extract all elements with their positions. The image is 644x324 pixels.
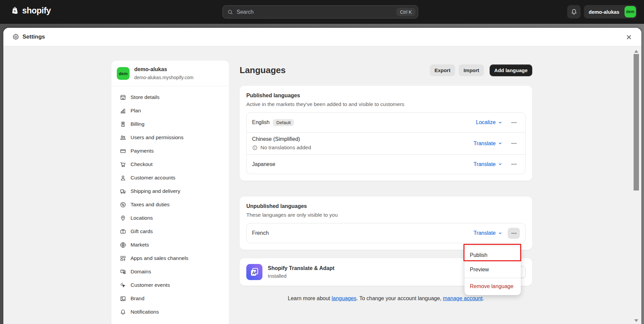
languages-title: Languages <box>240 65 286 75</box>
menu-divider <box>464 278 521 278</box>
store-info: dem demo-alukas demo-alukas.myshopify.co… <box>111 61 229 86</box>
overflow-menu-button[interactable] <box>508 159 520 170</box>
sidebar-item-brand[interactable]: Brand <box>116 292 224 305</box>
translate-dropdown-button[interactable]: Translate <box>474 161 503 167</box>
sidebar-item-apps-and-sales-channels[interactable]: Apps and sales channels <box>116 252 224 265</box>
scrollbar-thumb[interactable] <box>634 54 639 191</box>
unpublished-languages-card: Unpublished languages These languages ar… <box>240 197 532 250</box>
billing-icon <box>119 121 126 127</box>
sidebar-item-label: Customer events <box>131 282 170 288</box>
language-info: French <box>252 226 269 240</box>
scrollbar-down-arrow[interactable] <box>634 319 638 322</box>
store-icon <box>119 94 126 101</box>
sidebar-item-label: Taxes and duties <box>131 202 169 208</box>
locations-icon <box>119 215 126 221</box>
scrollbar-up-arrow[interactable] <box>634 50 638 53</box>
published-languages-description: Active in the markets they've been added… <box>246 101 526 107</box>
sidebar-item-payments[interactable]: Payments <box>116 144 224 158</box>
sidebar-item-billing[interactable]: Billing <box>116 117 224 131</box>
account-menu[interactable]: demo-alukas dem <box>584 5 637 18</box>
unpublished-languages-title: Unpublished languages <box>246 203 526 209</box>
translate-adapt-app-icon: A <box>246 264 262 280</box>
menu-item-remove-language[interactable]: Remove language <box>464 279 521 293</box>
unpublished-languages-description: These languages are only visible to you <box>246 212 526 218</box>
translate-dropdown-button[interactable]: Translate <box>474 230 503 236</box>
language-info: EnglishDefault <box>252 115 294 130</box>
chevron-down-icon <box>498 141 503 146</box>
apps-icon <box>119 255 126 262</box>
page-title: Settings <box>22 34 45 40</box>
sidebar-item-gift-cards[interactable]: Gift cards <box>116 225 224 238</box>
sidebar-item-label: Customer accounts <box>131 175 176 181</box>
row-actions: Translate <box>474 228 520 239</box>
overflow-menu-button[interactable] <box>508 117 520 128</box>
sidebar-item-customer-accounts[interactable]: Customer accounts <box>116 171 224 184</box>
sidebar-item-markets[interactable]: Markets <box>116 238 224 252</box>
overflow-menu-button[interactable] <box>508 228 520 239</box>
export-button[interactable]: Export <box>430 64 455 76</box>
shopify-logo[interactable]: S shopify <box>11 6 51 15</box>
app-info: Shopify Translate & Adapt Installed <box>268 265 335 279</box>
header-actions: Export Import Add language <box>430 64 532 76</box>
scrollbar[interactable] <box>633 46 640 324</box>
chevron-down-icon <box>498 120 503 125</box>
languages-link[interactable]: languages <box>332 295 356 301</box>
svg-text:S: S <box>14 9 16 12</box>
sidebar-item-shipping-and-delivery[interactable]: Shipping and delivery <box>116 184 224 198</box>
footer-help-text: Learn more about languages. To change yo… <box>240 294 532 303</box>
close-icon[interactable] <box>625 34 633 41</box>
settings-sidebar: dem demo-alukas demo-alukas.myshopify.co… <box>111 61 229 324</box>
action-label: Translate <box>474 161 496 167</box>
sidebar-item-plan[interactable]: Plan <box>116 104 224 117</box>
sidebar-item-label: Apps and sales channels <box>131 255 188 261</box>
payments-icon <box>119 148 126 154</box>
row-actions: Translate <box>474 159 520 170</box>
search-placeholder: Search <box>237 9 254 15</box>
action-label: Translate <box>474 141 496 147</box>
sidebar-item-customer-events[interactable]: Customer events <box>116 278 224 292</box>
localize-dropdown-button[interactable]: Localize <box>476 119 503 125</box>
action-label: Translate <box>474 230 496 236</box>
sidebar-item-label: Markets <box>131 242 149 248</box>
translate-dropdown-button[interactable]: Translate <box>474 141 503 147</box>
menu-item-preview[interactable]: Preview <box>464 262 521 277</box>
sidebar-item-label: Notifications <box>131 309 159 315</box>
settings-nav: Store detailsPlanBillingUsers and permis… <box>111 86 229 323</box>
sidebar-item-taxes-and-duties[interactable]: Taxes and duties <box>116 198 224 211</box>
chevron-down-icon <box>498 231 503 236</box>
search-input[interactable]: Search Ctrl K <box>222 5 418 18</box>
add-language-button[interactable]: Add language <box>490 64 532 76</box>
sidebar-item-label: Users and permissions <box>131 134 184 141</box>
sidebar-item-locations[interactable]: Locations <box>116 211 224 225</box>
store-avatar: dem <box>117 67 130 80</box>
app-name: Shopify Translate & Adapt <box>268 265 335 271</box>
published-languages-list: EnglishDefaultLocalizeChinese (Simplifie… <box>246 112 526 174</box>
import-button[interactable]: Import <box>459 64 484 76</box>
manage-account-link[interactable]: manage account <box>443 295 483 301</box>
notifications-button[interactable] <box>567 5 581 18</box>
published-languages-card: Published languages Active in the market… <box>240 86 532 181</box>
three-dots-icon <box>511 230 517 236</box>
language-info: Japanese <box>252 158 275 171</box>
info-icon <box>252 145 258 151</box>
sidebar-item-label: Payments <box>131 148 154 154</box>
three-dots-icon <box>511 161 517 167</box>
store-info-name: demo-alukas <box>134 66 167 72</box>
overflow-menu-button[interactable] <box>508 138 520 149</box>
languages-header: Languages Export Import Add language <box>240 63 532 77</box>
published-languages-title: Published languages <box>246 93 526 99</box>
sidebar-item-domains[interactable]: Domains <box>116 265 224 278</box>
sidebar-item-label: Domains <box>131 269 151 275</box>
sidebar-item-users-and-permissions[interactable]: Users and permissions <box>116 131 224 144</box>
sidebar-item-checkout[interactable]: Checkout <box>116 158 224 171</box>
sidebar-item-label: Checkout <box>131 161 152 167</box>
sidebar-item-notifications[interactable]: Notifications <box>116 305 224 319</box>
avatar: dem <box>625 6 636 17</box>
language-info: Chinese (Simplified)No translations adde… <box>252 132 311 154</box>
sidebar-item-label: Plan <box>131 108 141 114</box>
plan-icon <box>119 107 126 114</box>
logo-text: shopify <box>22 6 51 15</box>
language-row-chinese-simplified-: Chinese (Simplified)No translations adde… <box>247 132 525 154</box>
sidebar-item-store-details[interactable]: Store details <box>116 91 224 104</box>
settings-modal-header: Settings <box>3 28 641 46</box>
